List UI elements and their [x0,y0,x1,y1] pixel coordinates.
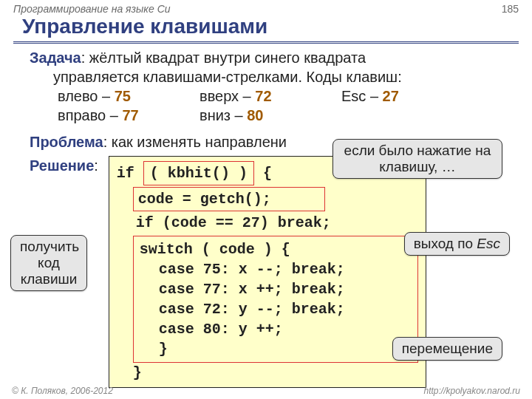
code-esc-line: if (code == 27) break; [136,213,418,233]
page-number: 185 [502,3,519,15]
code-case75: case 75: x --; break; [159,259,412,279]
key-up-label: вверх – [200,88,255,104]
keys-col-lr: влево – 75 вправо – 77 [58,86,161,125]
task-block: Задача: жёлтый квадрат внутри синего ква… [30,48,510,86]
title-rule [13,41,519,44]
code-switch-line: switch ( code ) { [140,239,412,259]
course-title: Программирование на языке Си [13,3,171,15]
problem-label: Проблема [30,134,103,150]
code-getch: code = getch(); [133,187,325,211]
footer: © К. Поляков, 2006-2012 http://kpolyakov… [0,386,532,396]
key-esc-label: Esc – [341,88,383,104]
key-up-code: 72 [255,88,271,104]
callout-esc-text: выход по [414,236,477,251]
code-brace-close-outer: } [133,363,418,383]
slide-title: Управление клавишами [22,15,532,38]
solution-label: Решение [30,157,94,174]
header-bar: Программирование на языке Си 185 [0,0,532,15]
callout-move: перемещение [392,337,502,361]
task-text-2: управляется клавишами-стрелками. Коды кл… [53,67,402,86]
callout-kbhit: если было нажатие на клавишу, … [332,139,502,179]
task-text-1: : жёлтый квадрат внутри синего квадрата [81,50,366,66]
code-case77: case 77: x ++; break; [159,279,412,299]
task-label: Задача [30,50,81,66]
keys-col-ud: вверх – 72 вниз – 80 [200,86,303,125]
keys-col-esc: Esc – 27 [341,86,445,125]
solution-colon: : [94,157,98,174]
code-brace-close-inner: } [159,339,412,359]
callout-esc-word: Esc [477,236,500,251]
code-brace-open: { [263,165,272,182]
code-if: if [117,165,134,182]
key-left-label: влево – [58,88,115,104]
code-box: if ( kbhit() ) { code = getch(); if (cod… [109,156,426,388]
code-switch-box: switch ( code ) { case 75: x --; break; … [133,236,418,363]
footer-copyright: © К. Поляков, 2006-2012 [12,386,113,396]
key-left-code: 75 [115,88,131,104]
code-case80: case 80: y ++; [159,319,412,339]
key-down-label: вниз – [200,107,247,123]
problem-text: : как изменять направлени [103,134,287,150]
footer-url: http://kpolyakov.narod.ru [423,386,520,396]
code-case72: case 72: y --; break; [159,299,412,319]
key-down-code: 80 [247,107,263,123]
key-right-label: вправо – [58,107,122,123]
code-kbhit: ( kbhit() ) [143,161,254,185]
keys-row: влево – 75 вправо – 77 вверх – 72 вниз –… [58,86,510,125]
callout-getch: получить код клавиши [10,235,87,291]
key-esc-code: 27 [383,88,399,104]
callout-esc: выход по Esc [404,232,510,256]
key-right-code: 77 [122,107,138,123]
